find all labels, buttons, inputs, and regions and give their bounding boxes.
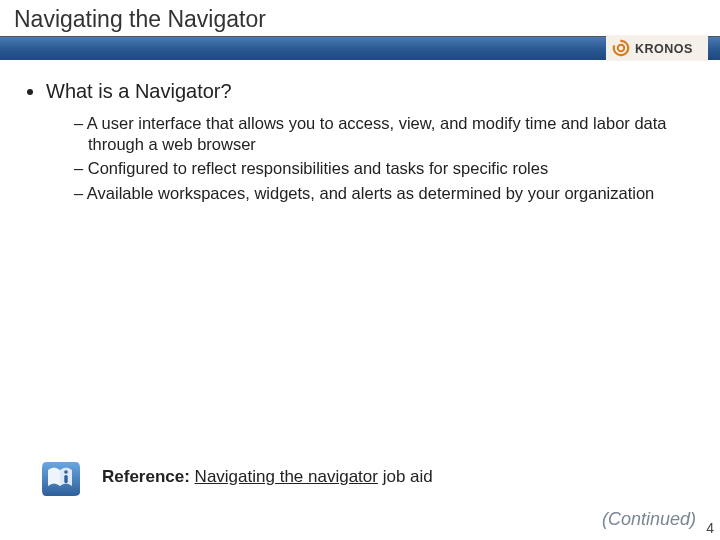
reference-text: Reference: Navigating the navigator job … xyxy=(102,467,433,487)
svg-point-1 xyxy=(618,45,624,51)
continued-label: (Continued) xyxy=(602,509,696,530)
slide-title: Navigating the Navigator xyxy=(14,6,266,33)
bullet-l2: Available workspaces, widgets, and alert… xyxy=(74,183,696,204)
slide-body: What is a Navigator? A user interface th… xyxy=(24,80,696,210)
page-number: 4 xyxy=(706,520,714,536)
reference-block: Reference: Navigating the navigator job … xyxy=(40,456,433,498)
bullet-l2: A user interface that allows you to acce… xyxy=(74,113,696,154)
info-book-icon xyxy=(40,456,82,498)
reference-suffix: job aid xyxy=(378,467,433,486)
svg-point-2 xyxy=(64,470,68,474)
brand-logo: KRONOS xyxy=(606,35,708,61)
bullet-list-l1: What is a Navigator? A user interface th… xyxy=(24,80,696,204)
svg-rect-3 xyxy=(64,475,67,483)
reference-label: Reference: xyxy=(102,467,190,486)
bullet-l1: What is a Navigator? A user interface th… xyxy=(46,80,696,204)
slide: Navigating the Navigator KRONOS What is … xyxy=(0,0,720,540)
brand-text: KRONOS xyxy=(635,42,693,56)
bullet-l2: Configured to reflect responsibilities a… xyxy=(74,158,696,179)
svg-point-0 xyxy=(611,38,631,58)
bullet-l1-text: What is a Navigator? xyxy=(46,80,232,102)
kronos-logo-svg: KRONOS xyxy=(611,38,703,58)
reference-link: Navigating the navigator xyxy=(195,467,378,486)
bullet-list-l2: A user interface that allows you to acce… xyxy=(46,113,696,204)
